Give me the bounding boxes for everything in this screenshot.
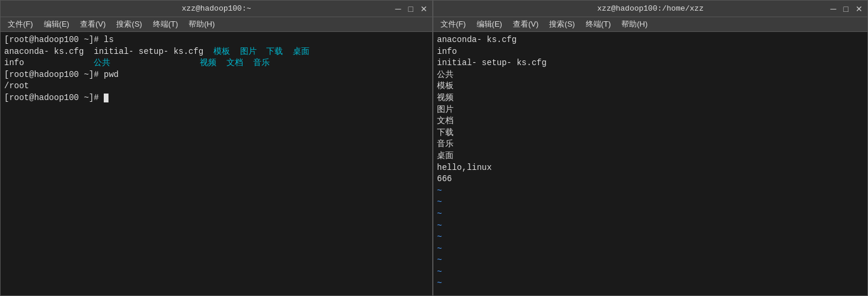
- right-tilde-6: ~: [437, 244, 442, 253]
- left-window-controls: ─ □ ✕: [394, 5, 429, 13]
- right-tilde-4: ~: [437, 221, 442, 230]
- right-maximize-button[interactable]: □: [843, 5, 850, 13]
- right-close-button[interactable]: ✕: [854, 5, 864, 13]
- right-line-5: 模板: [437, 81, 454, 91]
- left-minimize-button[interactable]: ─: [394, 5, 403, 13]
- left-ls-files-2: info: [4, 58, 94, 67]
- left-prompt-2: [root@hadoop100 ~]# pwd: [4, 70, 119, 79]
- right-line-12: hello,linux: [437, 163, 492, 172]
- right-line-13: 666: [437, 174, 452, 184]
- right-tilde-7: ~: [437, 255, 442, 265]
- left-terminal-title: xzz@hadoop100:~: [181, 4, 251, 13]
- left-ls-files-1: anaconda- ks.cfg initial- setup- ks.cfg: [4, 47, 213, 56]
- right-line-7: 图片: [437, 105, 454, 114]
- left-close-button[interactable]: ✕: [419, 5, 429, 13]
- left-menu-search[interactable]: 搜索(S): [111, 18, 146, 30]
- right-menu-bar: 文件(F) 编辑(E) 查看(V) 搜索(S) 终端(T) 帮助(H): [433, 17, 867, 32]
- left-menu-help[interactable]: 帮助(H): [184, 18, 219, 30]
- right-menu-edit[interactable]: 编辑(E): [472, 18, 507, 30]
- left-prompt-3: [root@hadoop100 ~]#: [4, 93, 104, 102]
- right-line-9: 下载: [437, 128, 454, 137]
- left-ls-dirs-1: 模板 图片 下载 桌面: [213, 47, 309, 56]
- left-prompt-1: [root@hadoop100 ~]# ls: [4, 35, 114, 44]
- right-tilde-8: ~: [437, 267, 442, 276]
- right-terminal-window: xzz@hadoop100:/home/xzz ─ □ ✕ 文件(F) 编辑(E…: [433, 0, 868, 296]
- right-line-4: 公共: [437, 70, 454, 79]
- left-pwd-output: /root: [4, 81, 29, 91]
- right-menu-help[interactable]: 帮助(H): [617, 18, 652, 30]
- left-terminal-content[interactable]: [root@hadoop100 ~]# ls anaconda- ks.cfg …: [1, 32, 432, 295]
- right-line-3: initial- setup- ks.cfg: [437, 58, 547, 67]
- right-line-11: 桌面: [437, 151, 454, 160]
- right-window-controls: ─ □ ✕: [829, 5, 864, 13]
- right-line-8: 文档: [437, 116, 454, 126]
- left-terminal-window: xzz@hadoop100:~ ─ □ ✕ 文件(F) 编辑(E) 查看(V) …: [0, 0, 433, 296]
- right-menu-terminal[interactable]: 终端(T): [581, 18, 616, 30]
- right-tilde-1: ~: [437, 186, 442, 195]
- left-menu-edit[interactable]: 编辑(E): [39, 18, 74, 30]
- right-line-2: info: [437, 47, 457, 56]
- right-tilde-9: ~: [437, 278, 442, 288]
- left-cursor: [104, 94, 108, 102]
- left-menu-bar: 文件(F) 编辑(E) 查看(V) 搜索(S) 终端(T) 帮助(H): [1, 17, 432, 32]
- right-menu-search[interactable]: 搜索(S): [544, 18, 579, 30]
- right-tilde-2: ~: [437, 197, 442, 207]
- right-tilde-3: ~: [437, 209, 442, 218]
- right-title-bar: xzz@hadoop100:/home/xzz ─ □ ✕: [433, 1, 867, 17]
- left-maximize-button[interactable]: □: [407, 5, 414, 13]
- left-ls-dirs-2: 公共 视频 文档 音乐: [94, 58, 270, 67]
- right-terminal-content[interactable]: anaconda- ks.cfg info initial- setup- ks…: [433, 32, 867, 295]
- right-line-6: 视频: [437, 93, 454, 102]
- right-terminal-title: xzz@hadoop100:/home/xzz: [597, 4, 703, 13]
- left-menu-terminal[interactable]: 终端(T): [148, 18, 183, 30]
- right-menu-file[interactable]: 文件(F): [436, 18, 471, 30]
- left-title-bar: xzz@hadoop100:~ ─ □ ✕: [1, 1, 432, 17]
- right-minimize-button[interactable]: ─: [829, 5, 838, 13]
- right-line-10: 音乐: [437, 139, 454, 149]
- right-menu-view[interactable]: 查看(V): [508, 18, 543, 30]
- left-menu-file[interactable]: 文件(F): [3, 18, 38, 30]
- left-menu-view[interactable]: 查看(V): [75, 18, 110, 30]
- right-tilde-5: ~: [437, 232, 442, 242]
- right-line-1: anaconda- ks.cfg: [437, 35, 516, 44]
